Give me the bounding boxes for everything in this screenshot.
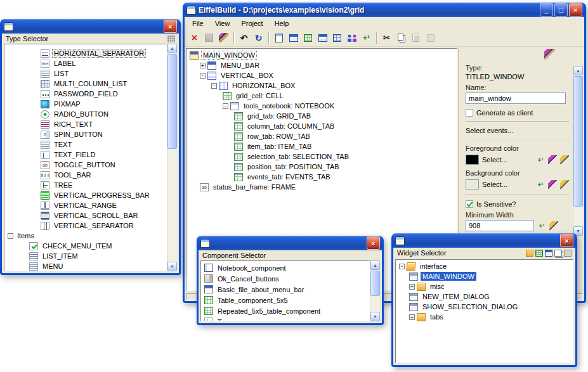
titlebar[interactable]: EiffelBuild - D:\projects\examples\visio…	[185, 3, 584, 17]
expand-toggle-icon[interactable]: -	[8, 233, 13, 239]
toolbar-button[interactable]	[394, 30, 408, 45]
menu-item[interactable]: View	[209, 18, 236, 29]
type-row[interactable]: TEXT_FIELD	[6, 150, 164, 160]
expand-toggle-icon[interactable]: +	[409, 284, 415, 290]
minimize-button[interactable]: _	[540, 3, 553, 16]
widget-row[interactable]: NEW_ITEM_DIALOG	[397, 292, 572, 302]
type-row[interactable]: LIST	[6, 68, 164, 79]
menu-item[interactable]: Project	[235, 18, 268, 29]
scroll-up-button[interactable]: ▲	[573, 66, 583, 75]
type-row[interactable]: VERTICAL_SCROLL_BAR	[6, 210, 164, 221]
wrench-icon[interactable]	[548, 180, 557, 189]
add-one-icon[interactable]: +¹	[536, 180, 545, 189]
widget-row[interactable]: + misc	[397, 281, 572, 292]
type-row[interactable]: TEXT	[6, 139, 164, 150]
widget-row[interactable]: MAIN_WINDOW	[397, 271, 572, 281]
tree-row[interactable]: + MENU_BAR	[188, 60, 455, 70]
component-row[interactable]: Ok_Cancel_buttons	[202, 273, 367, 284]
titlebar[interactable]: ×	[199, 236, 382, 250]
pencil-icon[interactable]	[560, 180, 569, 189]
component-row[interactable]: Basic_file_about_menu_bar	[202, 284, 367, 295]
expand-toggle-icon[interactable]: -	[223, 103, 228, 109]
type-row[interactable]: VERTICAL_RANGE	[6, 200, 164, 210]
pencil-icon[interactable]	[549, 221, 558, 230]
toolbar-button[interactable]: ↶	[237, 30, 251, 45]
type-row[interactable]: ab TOGGLE_BUTTON	[6, 160, 164, 170]
titlebar[interactable]: ×	[393, 233, 575, 248]
tree-row[interactable]: - HORIZONTAL_BOX	[188, 80, 455, 91]
toolbar-button[interactable]	[423, 30, 438, 45]
titlebar[interactable]: ×	[2, 19, 179, 34]
add-one-icon[interactable]: +¹	[537, 221, 546, 230]
type-row[interactable]: MULTI_COLUMN_LIST	[6, 79, 164, 89]
foreground-select-button[interactable]: Select...	[482, 156, 533, 164]
type-row[interactable]: VERTICAL_SEPARATOR	[6, 221, 164, 231]
tree-row[interactable]: events_tab: EVENTS_TAB	[188, 172, 455, 182]
type-row[interactable]: MENU	[6, 261, 164, 271]
type-row[interactable]: TREE	[6, 180, 164, 190]
tree-row[interactable]: grid_tab: GRID_TAB	[188, 111, 455, 121]
dock-grip-icon[interactable]	[167, 35, 175, 42]
style-brush-icon[interactable]	[544, 49, 555, 60]
close-button[interactable]: ×	[164, 20, 177, 33]
background-color-swatch[interactable]	[466, 179, 479, 189]
toolbar-button[interactable]	[266, 30, 271, 45]
tree-row[interactable]: position_tab: POSITION_TAB	[188, 162, 455, 172]
widget-row[interactable]: - interface	[397, 261, 572, 271]
toolbar-button[interactable]	[231, 30, 237, 45]
widget-row[interactable]: SHOW_SELECTION_DIALOG	[397, 302, 572, 312]
component-row[interactable]: Repeated_5x5_table_component	[202, 305, 367, 316]
scroll-thumb[interactable]	[370, 271, 380, 296]
properties-scrollbar[interactable]: ▲ ▼	[573, 66, 583, 236]
toolbar-button[interactable]: ×	[187, 30, 202, 45]
expand-toggle-icon[interactable]: -	[399, 264, 405, 269]
panel-tool-button[interactable]	[526, 250, 533, 257]
type-row[interactable]: PASSWORD_FIELD	[6, 89, 164, 99]
type-row[interactable]: VERTICAL_PROGRESS_BAR	[6, 190, 164, 200]
menu-item[interactable]: File	[186, 18, 209, 29]
widget-row[interactable]: + tabs	[397, 312, 572, 322]
panel-tool-button[interactable]	[554, 250, 562, 257]
toolbar-button[interactable]	[202, 30, 216, 45]
type-row[interactable]: - Items	[6, 231, 164, 241]
add-one-icon[interactable]: +¹	[536, 155, 545, 164]
toolbar-button[interactable]	[344, 30, 359, 45]
toolbar-button[interactable]: +¹	[359, 30, 374, 45]
is-sensitive-checkbox[interactable]: Is Sensitive?	[466, 200, 569, 208]
panel-tool-button[interactable]	[564, 250, 572, 257]
toolbar-button[interactable]	[286, 30, 301, 45]
expand-toggle-icon[interactable]: +	[409, 314, 415, 320]
generate-client-checkbox[interactable]: Generate as client	[466, 109, 569, 117]
tree-row[interactable]: grid_cell: CELL	[188, 91, 455, 101]
scroll-down-button[interactable]: ▼	[370, 312, 380, 321]
type-row[interactable]: RICH_TEXT	[6, 119, 164, 129]
panel-tool-button[interactable]	[545, 250, 552, 257]
type-row[interactable]: HORIZONTAL_SEPARATOR	[6, 48, 164, 58]
type-row[interactable]: RADIO_BUTTON	[6, 109, 164, 119]
close-button[interactable]: ×	[367, 236, 380, 250]
type-row[interactable]: CHECK_MENU_ITEM	[6, 241, 164, 251]
toolbar-button[interactable]	[374, 30, 379, 45]
toolbar-button[interactable]: ↻	[251, 30, 266, 45]
panel-tool-button[interactable]	[535, 250, 543, 257]
close-button[interactable]: ×	[560, 234, 573, 247]
tree-row[interactable]: row_tab: ROW_TAB	[188, 131, 455, 141]
type-row[interactable]: PIXMAP	[6, 99, 164, 109]
type-row[interactable]: TOOL_BAR	[6, 170, 164, 180]
close-button[interactable]: ×	[569, 3, 582, 16]
expand-toggle-icon[interactable]: -	[211, 83, 217, 89]
component-list-scrollbar[interactable]: ▲ ▼	[370, 260, 380, 321]
type-row[interactable]: label LABEL	[6, 58, 164, 68]
name-input[interactable]	[466, 93, 566, 104]
minimum-width-input[interactable]	[466, 220, 534, 231]
scroll-down-button[interactable]: ▼	[167, 262, 177, 271]
scroll-thumb[interactable]	[167, 54, 177, 149]
type-row[interactable]: LIST_ITEM	[6, 251, 164, 261]
expand-toggle-icon[interactable]: -	[200, 73, 206, 79]
toolbar-button[interactable]	[301, 30, 315, 45]
scroll-thumb[interactable]	[573, 76, 583, 207]
select-events-button[interactable]: Select events...	[466, 127, 569, 134]
component-row[interactable]: Table_component_5x5	[202, 295, 367, 305]
toolbar-button[interactable]	[330, 30, 344, 45]
toolbar-button[interactable]	[216, 30, 231, 45]
